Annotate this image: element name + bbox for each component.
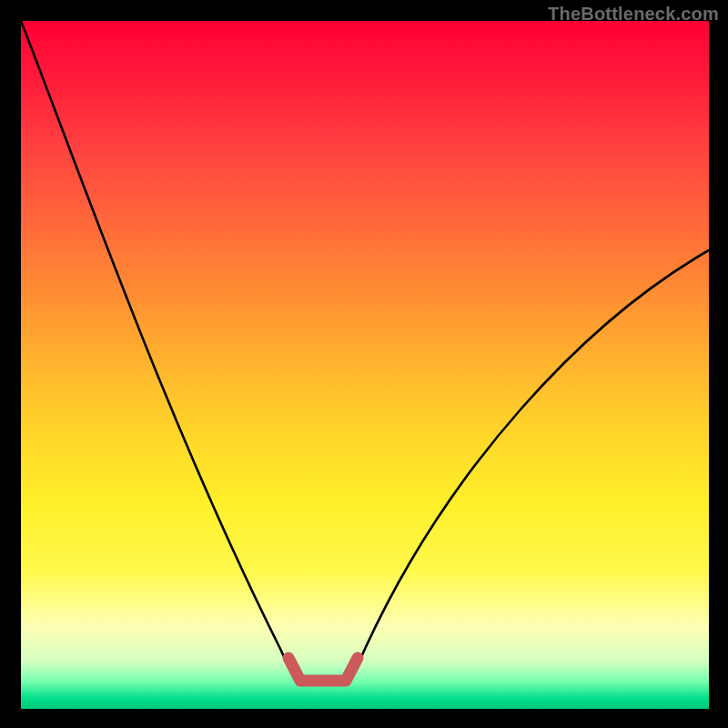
bottleneck-curve-svg	[21, 21, 709, 709]
optimal-flat-segment-path	[288, 658, 358, 681]
watermark-text: TheBottleneck.com	[548, 4, 719, 25]
bottleneck-curve-path	[21, 21, 709, 679]
chart-stage: TheBottleneck.com	[0, 0, 728, 728]
plot-area	[21, 21, 709, 709]
